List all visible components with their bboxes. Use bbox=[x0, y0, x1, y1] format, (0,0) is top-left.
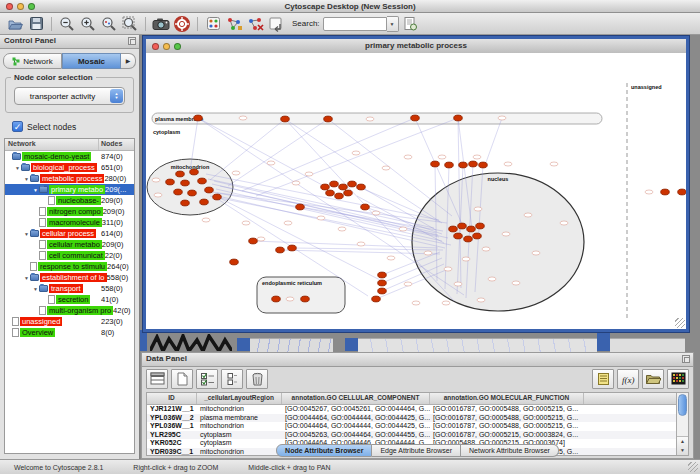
graph-node[interactable] bbox=[344, 190, 353, 196]
graph-node[interactable] bbox=[249, 238, 258, 244]
zoom-in-button[interactable] bbox=[79, 15, 97, 33]
tree-row[interactable]: ▼biological_process651(0) bbox=[5, 162, 134, 173]
notes-button[interactable] bbox=[592, 369, 614, 389]
graph-edge[interactable] bbox=[242, 118, 415, 191]
graph-node[interactable] bbox=[454, 233, 463, 239]
graph-node[interactable] bbox=[166, 179, 175, 185]
deselect-attributes-button[interactable] bbox=[221, 369, 243, 389]
tree-row[interactable]: unassigned223(0) bbox=[5, 316, 134, 327]
float-panel-icon[interactable] bbox=[128, 37, 136, 45]
graph-node-label[interactable] bbox=[154, 193, 162, 197]
graph-node-label[interactable] bbox=[202, 218, 210, 222]
table-row[interactable]: YPL036W__2plasma membrane[GO:0044464, GO… bbox=[147, 414, 688, 423]
graph-node[interactable] bbox=[330, 181, 339, 187]
graph-node[interactable] bbox=[213, 194, 222, 200]
graph-node-label[interactable] bbox=[338, 227, 346, 231]
expand-arrow-icon[interactable]: ▼ bbox=[32, 187, 39, 193]
table-column-header[interactable]: _cellularLayoutRegion bbox=[197, 393, 282, 404]
tab-overflow-button[interactable]: ▶ bbox=[121, 53, 136, 69]
float-panel-icon[interactable] bbox=[682, 355, 690, 363]
attribute-table-button[interactable] bbox=[146, 369, 168, 389]
graph-node[interactable] bbox=[339, 184, 348, 190]
graph-node-label[interactable] bbox=[442, 301, 450, 305]
graph-node[interactable] bbox=[174, 189, 183, 195]
graph-node[interactable] bbox=[454, 115, 463, 121]
graph-node[interactable] bbox=[272, 296, 281, 302]
zoom-fit-button[interactable] bbox=[121, 15, 139, 33]
tree-row[interactable]: nitrogen compo209(0) bbox=[5, 206, 134, 217]
graph-node-label[interactable] bbox=[404, 282, 412, 286]
table-column-header[interactable]: ID bbox=[147, 393, 197, 404]
tab-network[interactable]: Network bbox=[3, 53, 62, 69]
graph-node-label[interactable] bbox=[352, 151, 360, 155]
graph-edge[interactable] bbox=[210, 196, 451, 245]
zoom-selected-button[interactable] bbox=[100, 15, 118, 33]
graph-node-label[interactable] bbox=[550, 162, 558, 166]
graph-node[interactable] bbox=[200, 199, 209, 205]
graph-node-label[interactable] bbox=[305, 172, 313, 176]
table-column-header[interactable]: annotation.GO MOLECULAR_FUNCTION bbox=[430, 393, 584, 404]
graph-node[interactable] bbox=[324, 116, 333, 122]
graph-node[interactable] bbox=[301, 296, 310, 302]
tree-row[interactable]: ▼primary metabo209(... bbox=[5, 184, 134, 195]
graph-node-label[interactable] bbox=[477, 298, 485, 302]
graph-node[interactable] bbox=[479, 162, 488, 168]
search-input[interactable] bbox=[323, 17, 387, 31]
save-session-button[interactable] bbox=[27, 15, 45, 33]
graph-node[interactable] bbox=[190, 169, 199, 175]
graph-node[interactable] bbox=[296, 204, 305, 210]
graph-node[interactable] bbox=[378, 280, 387, 286]
graph-node[interactable] bbox=[449, 226, 458, 232]
network-snapshot-button[interactable] bbox=[152, 15, 170, 33]
select-nodes-checkbox[interactable]: ✓ Select nodes bbox=[12, 121, 139, 132]
graph-node[interactable] bbox=[378, 272, 387, 278]
graph-node-label[interactable] bbox=[444, 267, 452, 271]
graph-node-label[interactable] bbox=[372, 211, 380, 215]
tree-row[interactable]: Overview8(0) bbox=[5, 327, 134, 338]
graph-node[interactable] bbox=[321, 184, 330, 190]
graph-node[interactable] bbox=[194, 115, 203, 121]
tree-row[interactable]: ▼cellular process614(0) bbox=[5, 228, 134, 239]
graph-node-label[interactable] bbox=[267, 161, 275, 165]
graph-node-label[interactable] bbox=[524, 213, 532, 217]
import-attributes-button[interactable] bbox=[642, 369, 664, 389]
network-window-titlebar[interactable]: primary metabolic process bbox=[146, 39, 686, 54]
graph-node-label[interactable] bbox=[512, 281, 520, 285]
graph-node-label[interactable] bbox=[399, 227, 407, 231]
graph-node[interactable] bbox=[476, 223, 485, 229]
network-canvas[interactable]: plasma membrane cytoplasm mitochondrion … bbox=[146, 53, 686, 329]
graph-node-label[interactable] bbox=[404, 155, 412, 159]
tree-row[interactable]: cellular metabo209(0) bbox=[5, 239, 134, 250]
attribute-browser-tab[interactable]: Edge Attribute Browser bbox=[372, 444, 461, 457]
graph-node[interactable] bbox=[176, 171, 185, 177]
tree-row[interactable]: ▼metabolic process280(0) bbox=[5, 173, 134, 184]
graph-edge[interactable] bbox=[256, 118, 458, 196]
frame-resize-grip[interactable] bbox=[675, 318, 685, 328]
expand-arrow-icon[interactable]: ▼ bbox=[23, 176, 30, 182]
graph-node[interactable] bbox=[459, 162, 468, 168]
graph-edge[interactable] bbox=[210, 119, 285, 180]
search-dropdown-button[interactable]: ▼ bbox=[387, 16, 399, 32]
tree-column-nodes[interactable]: Nodes bbox=[99, 139, 134, 150]
graph-node-label[interactable] bbox=[242, 221, 250, 225]
tree-row[interactable]: secretion41(0) bbox=[5, 294, 134, 305]
tree-row[interactable]: ▼transport558(0) bbox=[5, 283, 134, 294]
graph-node-label[interactable] bbox=[474, 207, 482, 211]
function-builder-button[interactable]: f(x) bbox=[617, 369, 639, 389]
graph-node[interactable] bbox=[288, 245, 297, 251]
table-row[interactable]: YPL036W__1mitochondrion[GO:0044464, GO:0… bbox=[147, 422, 688, 431]
attribute-browser-tab[interactable]: Network Attribute Browser bbox=[461, 444, 559, 457]
graph-node[interactable] bbox=[357, 184, 366, 190]
graph-node-label[interactable] bbox=[239, 116, 247, 120]
graph-node-label[interactable] bbox=[454, 282, 462, 286]
graph-node[interactable] bbox=[431, 161, 440, 167]
window-resize-grip[interactable] bbox=[688, 462, 698, 472]
select-attributes-button[interactable] bbox=[196, 369, 218, 389]
graph-node[interactable] bbox=[181, 180, 190, 186]
graph-node[interactable] bbox=[678, 189, 686, 195]
graph-node[interactable] bbox=[198, 178, 207, 184]
graph-node[interactable] bbox=[276, 247, 285, 253]
zoom-out-button[interactable] bbox=[58, 15, 76, 33]
graph-node-label[interactable] bbox=[357, 242, 365, 246]
graph-node-label[interactable] bbox=[152, 178, 160, 182]
